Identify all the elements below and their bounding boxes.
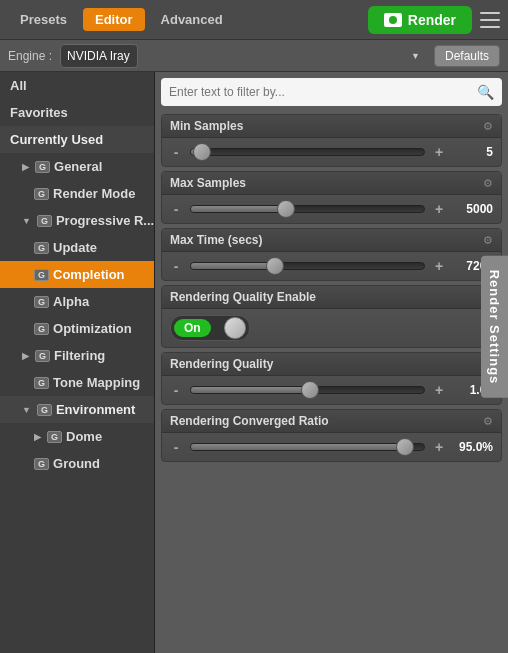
param-rqe-header: Rendering Quality Enable ⚙ <box>162 286 501 309</box>
slider-max-time[interactable] <box>190 262 425 270</box>
plus-min-samples[interactable]: + <box>433 144 445 160</box>
engine-select[interactable]: NVIDIA Iray <box>60 44 138 68</box>
param-max-samples: Max Samples ⚙ - + 5000 <box>161 171 502 224</box>
triangle-filtering: ▶ <box>22 351 29 361</box>
param-cr-header: Rendering Converged Ratio ⚙ <box>162 410 501 433</box>
sidebar-item-environment-label: Environment <box>56 402 135 417</box>
param-rq-title: Rendering Quality <box>170 357 273 371</box>
value-cr: 95.0% <box>453 440 493 454</box>
minus-cr[interactable]: - <box>170 439 182 455</box>
engine-select-wrap: NVIDIA Iray <box>60 44 426 68</box>
sidebar-item-general[interactable]: ▶ G General <box>0 153 154 180</box>
param-rqe-title: Rendering Quality Enable <box>170 290 316 304</box>
value-min-samples: 5 <box>453 145 493 159</box>
sidebar-item-render-mode[interactable]: G Render Mode <box>0 180 154 207</box>
slider-min-samples[interactable] <box>190 148 425 156</box>
optimization-group-label: G Optimization <box>34 321 144 336</box>
param-cr-control: - + 95.0% <box>162 433 501 461</box>
sidebar-item-filtering[interactable]: ▶ G Filtering <box>0 342 154 369</box>
slider-thumb-cr[interactable] <box>396 438 414 456</box>
minus-max-time[interactable]: - <box>170 258 182 274</box>
g-badge-completion: G <box>34 269 49 281</box>
minus-min-samples[interactable]: - <box>170 144 182 160</box>
gear-icon-max-samples[interactable]: ⚙ <box>483 177 493 190</box>
minus-rq[interactable]: - <box>170 382 182 398</box>
menu-icon[interactable] <box>480 12 500 28</box>
environment-group-label: ▼ G Environment <box>22 402 144 417</box>
sidebar-item-currently-used-label: Currently Used <box>10 132 103 147</box>
minus-max-samples[interactable]: - <box>170 201 182 217</box>
main-layout: All Favorites Currently Used ▶ G General… <box>0 72 508 653</box>
slider-fill-cr <box>191 444 412 450</box>
triangle-environment: ▼ <box>22 405 31 415</box>
slider-max-samples[interactable] <box>190 205 425 213</box>
toggle-wrap-rqe: On <box>162 309 501 347</box>
sidebar-item-alpha-label: Alpha <box>53 294 89 309</box>
tab-presets[interactable]: Presets <box>8 8 79 31</box>
general-group-label: ▶ G General <box>22 159 144 174</box>
param-max-samples-title: Max Samples <box>170 176 246 190</box>
tab-advanced[interactable]: Advanced <box>149 8 235 31</box>
sidebar-item-ground-label: Ground <box>53 456 100 471</box>
dome-group-label: ▶ G Dome <box>34 429 144 444</box>
g-badge-alpha: G <box>34 296 49 308</box>
render-settings-side-tab[interactable]: Render Settings <box>481 255 508 398</box>
plus-rq[interactable]: + <box>433 382 445 398</box>
sidebar-item-currently-used[interactable]: Currently Used <box>0 126 154 153</box>
param-max-samples-control: - + 5000 <box>162 195 501 223</box>
defaults-button[interactable]: Defaults <box>434 45 500 67</box>
toggle-rqe[interactable]: On <box>170 315 250 341</box>
sidebar-item-alpha[interactable]: G Alpha <box>0 288 154 315</box>
sidebar-item-environment[interactable]: ▼ G Environment <box>0 396 154 423</box>
sidebar-item-all-label: All <box>10 78 27 93</box>
sidebar-item-progressive-r-label: Progressive R... <box>56 213 154 228</box>
sidebar-item-update[interactable]: G Update <box>0 234 154 261</box>
top-bar: Presets Editor Advanced Render <box>0 0 508 40</box>
gear-icon-min-samples[interactable]: ⚙ <box>483 120 493 133</box>
g-badge-render-mode: G <box>34 188 49 200</box>
sidebar-item-ground[interactable]: G Ground <box>0 450 154 477</box>
render-mode-group-label: G Render Mode <box>34 186 144 201</box>
filtering-group-label: ▶ G Filtering <box>22 348 144 363</box>
tab-editor[interactable]: Editor <box>83 8 145 31</box>
param-rendering-quality-enable: Rendering Quality Enable ⚙ On <box>161 285 502 348</box>
sidebar-item-completion[interactable]: G Completion <box>0 261 154 288</box>
gear-icon-cr[interactable]: ⚙ <box>483 415 493 428</box>
sidebar-item-tone-mapping[interactable]: G Tone Mapping <box>0 369 154 396</box>
triangle-progressive-r: ▼ <box>22 216 31 226</box>
slider-rq[interactable] <box>190 386 425 394</box>
plus-cr[interactable]: + <box>433 439 445 455</box>
slider-fill-max-samples <box>191 206 284 212</box>
slider-thumb-min-samples[interactable] <box>193 143 211 161</box>
toggle-on-label: On <box>174 319 211 337</box>
slider-thumb-max-samples[interactable] <box>277 200 295 218</box>
param-min-samples-header: Min Samples ⚙ <box>162 115 501 138</box>
slider-cr[interactable] <box>190 443 425 451</box>
render-button-label: Render <box>408 12 456 28</box>
ground-group-label: G Ground <box>34 456 144 471</box>
slider-thumb-max-time[interactable] <box>266 257 284 275</box>
param-min-samples-control: - + 5 <box>162 138 501 166</box>
filter-bar: 🔍 <box>161 78 502 106</box>
param-max-time-control: - + 7200 <box>162 252 501 280</box>
param-min-samples-title: Min Samples <box>170 119 243 133</box>
plus-max-time[interactable]: + <box>433 258 445 274</box>
camera-icon <box>384 13 402 27</box>
filter-input[interactable] <box>169 85 477 99</box>
sidebar-item-favorites[interactable]: Favorites <box>0 99 154 126</box>
render-button[interactable]: Render <box>368 6 472 34</box>
plus-max-samples[interactable]: + <box>433 201 445 217</box>
param-max-time-title: Max Time (secs) <box>170 233 263 247</box>
slider-thumb-rq[interactable] <box>301 381 319 399</box>
sidebar-item-optimization[interactable]: G Optimization <box>0 315 154 342</box>
sidebar-item-general-label: General <box>54 159 102 174</box>
sidebar-item-dome-label: Dome <box>66 429 102 444</box>
sidebar-item-all[interactable]: All <box>0 72 154 99</box>
sidebar-item-filtering-label: Filtering <box>54 348 105 363</box>
sidebar-item-dome[interactable]: ▶ G Dome <box>0 423 154 450</box>
sidebar-item-render-mode-label: Render Mode <box>53 186 135 201</box>
param-max-time: Max Time (secs) ⚙ - + 7200 <box>161 228 502 281</box>
triangle-dome: ▶ <box>34 432 41 442</box>
gear-icon-max-time[interactable]: ⚙ <box>483 234 493 247</box>
sidebar-item-progressive-r[interactable]: ▼ G Progressive R... <box>0 207 154 234</box>
